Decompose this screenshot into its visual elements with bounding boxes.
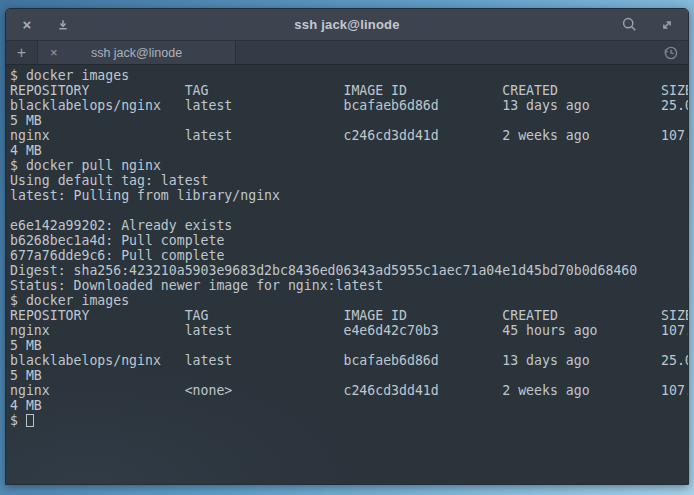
maximize-button[interactable] [656,14,678,36]
terminal-line: latest: Pulling from library/nginx [10,188,688,203]
arrow-down-to-bar-icon [55,17,71,33]
terminal-line: 4 MB [10,143,688,158]
close-window-button[interactable]: × [16,14,38,36]
terminal-line: Digest: sha256:423210a5903e9683d2bc8436e… [10,263,688,278]
clock-history-icon [663,45,679,61]
maximize-icon [659,17,675,33]
terminal-window: × ssh jack@linode [5,8,689,485]
search-button[interactable] [618,14,640,36]
terminal-line: $ docker pull nginx [10,158,688,173]
terminal-line: 4 MB [10,398,688,413]
terminal-line: 5 MB [10,113,688,128]
terminal-line: Status: Downloaded newer image for nginx… [10,278,688,293]
tab-close-button[interactable]: × [50,46,58,59]
terminal-line: REPOSITORY TAG IMAGE ID CREATED SIZE [10,83,688,98]
terminal-line: e6e142a99202: Already exists [10,218,688,233]
terminal-line: blacklabelops/nginx latest bcafaeb6d86d … [10,98,688,113]
terminal-line [10,203,688,218]
new-tab-button[interactable]: + [6,41,38,64]
terminal-output: $ docker imagesREPOSITORY TAG IMAGE ID C… [10,68,688,413]
terminal-line: $ docker images [10,293,688,308]
add-terminal-down-button[interactable] [52,14,74,36]
terminal-line: b6268bec1a4d: Pull complete [10,233,688,248]
terminal-line: nginx <none> c246cd3dd41d 2 weeks ago 10… [10,383,688,398]
desktop-background: { "titlebar": { "title": "ssh jack@linod… [0,0,694,495]
terminal-line: Using default tag: latest [10,173,688,188]
terminal-prompt-line: $ [10,413,688,428]
titlebar-left-controls: × [6,14,74,36]
terminal-line: 677a76dde9c6: Pull complete [10,248,688,263]
terminal-prompt: $ [10,413,26,428]
terminal-line: nginx latest e4e6d42c70b3 45 hours ago 1… [10,323,688,338]
terminal-line: nginx latest c246cd3dd41d 2 weeks ago 10… [10,128,688,143]
tab-ssh-session[interactable]: × ssh jack@linode [38,41,236,64]
terminal-screen[interactable]: $ docker imagesREPOSITORY TAG IMAGE ID C… [6,65,688,484]
titlebar-right-controls [618,14,688,36]
terminal-line: 5 MB [10,338,688,353]
terminal-line: blacklabelops/nginx latest bcafaeb6d86d … [10,353,688,368]
titlebar: × ssh jack@linode [6,9,688,41]
tab-bar: + × ssh jack@linode [6,41,688,65]
terminal-line: 5 MB [10,368,688,383]
terminal-line: $ docker images [10,68,688,83]
terminal-line: REPOSITORY TAG IMAGE ID CREATED SIZE [10,308,688,323]
terminal-cursor [26,414,34,427]
session-history-button[interactable] [654,41,688,64]
tab-bar-spacer [236,41,654,64]
search-icon [621,16,638,33]
window-title: ssh jack@linode [6,17,688,32]
close-icon: × [23,17,32,32]
tab-label: ssh jack@linode [91,46,182,60]
